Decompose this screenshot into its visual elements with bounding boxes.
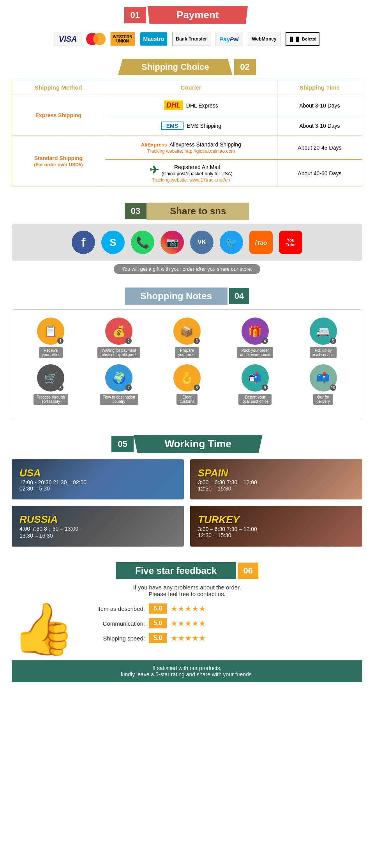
- usa-name: USA: [19, 467, 176, 479]
- vk-icon[interactable]: VK: [190, 231, 213, 254]
- airmail-logo: ✈: [150, 164, 159, 176]
- step-10: 📫 10 Our fordelivery: [292, 364, 354, 405]
- twitter-icon[interactable]: 🐦: [220, 231, 243, 254]
- shipping-table: Shipping Method Courier Shipping Time Ex…: [12, 80, 362, 187]
- itao-icon[interactable]: iTao: [249, 231, 273, 254]
- step4-icon: 🎁 4: [242, 318, 269, 345]
- working-grid: USA 17:00 - 20:30 21:30 – 02:00 02:30 – …: [12, 459, 362, 547]
- col-time: Shipping Time: [277, 80, 362, 95]
- russia-time1: 4:00-7:30 8：30 – 13:00: [19, 526, 176, 533]
- step-2: 💰 2 Waiting for paymentreleased by alixp…: [88, 318, 150, 358]
- usa-time2: 02:30 – 5:30: [19, 485, 176, 492]
- feedback-num: 06: [238, 563, 258, 579]
- step8-icon: 🪝 8: [173, 364, 201, 392]
- step8-label: Clearcustoms: [176, 394, 197, 405]
- step9-num: 9: [262, 385, 268, 391]
- step9-label: Depart yourlocal post office: [238, 394, 272, 405]
- step1-num: 1: [57, 338, 64, 344]
- notes-title: Shopping Notes: [125, 288, 228, 305]
- step2-label: Waiting for paymentreleased by alixpress: [97, 347, 140, 358]
- shopping-notes-section: Shopping Notes 04 📋 1 Receiveyour order …: [0, 282, 374, 429]
- feedback-section: Five star feedback 06 If you have any pr…: [0, 556, 374, 692]
- step6-num: 6: [57, 385, 64, 391]
- webmoney-logo: WebMoney: [248, 32, 281, 46]
- usa-card: USA 17:00 - 20:30 21:30 – 02:00 02:30 – …: [12, 459, 184, 499]
- step-3: 📦 3 Prepareyour order: [156, 318, 218, 358]
- rating-label-2: Communication:: [83, 620, 145, 627]
- facebook-icon[interactable]: f: [72, 231, 95, 254]
- table-row: Express Shipping DHL DHL Express About 3…: [12, 95, 362, 116]
- table-row: Standard Shipping(For order over USD5) A…: [12, 136, 362, 160]
- maestro-logo: Maestro: [140, 32, 168, 46]
- skype-icon[interactable]: S: [101, 231, 125, 254]
- step2-num: 2: [125, 338, 132, 344]
- step-7: 🌍 7 Flow to destinationcountry: [88, 364, 150, 405]
- dhl-logo: DHL: [164, 101, 183, 110]
- rating-row-1: Item as described: 5.0 ★★★★★: [83, 603, 362, 614]
- notes-box: 📋 1 Receiveyour order 💰 2 Waiting for pa…: [12, 309, 362, 419]
- feedback-footer-line2: kindly leave a 5-star rating and share w…: [121, 671, 253, 677]
- ali-courier: AliExpress Aliexpress Standard Shipping …: [105, 136, 277, 160]
- notes-row1: 📋 1 Receiveyour order 💰 2 Waiting for pa…: [20, 318, 354, 358]
- step7-num: 7: [125, 385, 132, 391]
- payment-logos: VISA WESTERNUNION Maestro Bank Transfer …: [0, 29, 374, 49]
- step5-label: Pck up bymail service: [310, 347, 337, 358]
- dhl-name: DHL Express: [186, 102, 218, 109]
- feedback-subtitle: If you have any problems about the order…: [12, 584, 362, 597]
- shipping-num: 02: [234, 59, 256, 75]
- step-8: 🪝 8 Clearcustoms: [156, 364, 218, 405]
- step8-num: 8: [194, 385, 200, 391]
- working-title: Working Time: [134, 435, 263, 453]
- usa-time1: 17:00 - 20:30 21:30 – 02:00: [19, 479, 176, 485]
- notes-row2: 🛒 6 Process throughsort facility 🌍 7 Flo…: [20, 364, 354, 405]
- payment-num: 01: [124, 7, 146, 23]
- feedback-content: 👍 Item as described: 5.0 ★★★★★ Communica…: [12, 603, 362, 654]
- rating-stars-3: ★★★★★: [171, 633, 206, 643]
- step-6: 🛒 6 Process throughsort facility: [20, 364, 82, 405]
- payment-title: Payment: [145, 6, 250, 24]
- paypal-logo: PayPal: [215, 32, 243, 46]
- rating-label-1: Item as described:: [83, 605, 145, 612]
- payment-section: 01 Payment VISA WESTERNUNION Maestro Ban…: [0, 0, 374, 57]
- feedback-subtitle-line2: Please feel free to contact us.: [148, 591, 226, 597]
- turkey-time1: 3:00 – 6:30 7:30 – 12:00: [198, 526, 355, 532]
- step7-label: Flow to destinationcountry: [100, 394, 138, 405]
- step3-label: Prepareyour order: [175, 347, 199, 358]
- dhl-time: About 3-10 Days: [277, 95, 362, 116]
- whatsapp-icon[interactable]: 📞: [131, 231, 154, 254]
- notes-header: Shopping Notes 04: [12, 288, 362, 305]
- ali-logo: AliExpress: [141, 142, 167, 148]
- airmail-time: About 40-60 Days: [277, 160, 362, 187]
- rating-label-3: Shipping speed:: [83, 635, 145, 642]
- step1-label: Receiveyour order: [39, 347, 63, 358]
- visa-logo: VISA: [55, 32, 81, 46]
- step10-num: 10: [330, 385, 336, 391]
- youtube-icon[interactable]: YouTube: [279, 231, 302, 254]
- rating-score-2: 5.0: [149, 618, 167, 628]
- feedback-header: Five star feedback 06: [12, 562, 362, 579]
- working-header: 05 Working Time: [12, 435, 362, 453]
- step4-num: 4: [262, 338, 268, 344]
- sns-icons-container: f S 📞 📷 VK 🐦 iTao YouTube: [12, 224, 362, 261]
- ems-name: EMS Shipping: [187, 123, 221, 129]
- sns-gift-text: You will get a gift with your order afte…: [114, 264, 260, 274]
- step3-num: 3: [194, 338, 200, 344]
- instagram-icon[interactable]: 📷: [161, 231, 184, 254]
- shipping-header: Shipping Choice 02: [12, 59, 362, 75]
- bank-transfer-logo: Bank Transfer: [172, 32, 210, 46]
- step-1: 📋 1 Receiveyour order: [20, 318, 82, 358]
- col-courier: Courier: [105, 80, 277, 95]
- boletol-logo: ▐▌▐▌ Boletol: [286, 32, 320, 46]
- turkey-card: TURKEY 3:00 – 6:30 7:30 – 12:00 12:30 – …: [190, 506, 362, 547]
- express-method: Express Shipping: [12, 95, 105, 136]
- spain-time1: 3:00 – 6:30 7:30 – 12:00: [198, 479, 355, 485]
- ali-time: About 20-45 Days: [277, 136, 362, 160]
- spain-time2: 12:30 – 15:30: [198, 485, 355, 492]
- working-time-section: 05 Working Time USA 17:00 - 20:30 21:30 …: [0, 429, 374, 556]
- working-num: 05: [111, 436, 133, 452]
- russia-card: RUSSIA 4:00-7:30 8：30 – 13:00 13:30 – 16…: [12, 506, 184, 547]
- turkey-name: TURKEY: [198, 514, 355, 526]
- russia-time2: 13:30 – 16:30: [19, 533, 176, 539]
- payment-header: 01 Payment: [0, 6, 374, 24]
- step9-icon: 📬 9: [242, 364, 269, 392]
